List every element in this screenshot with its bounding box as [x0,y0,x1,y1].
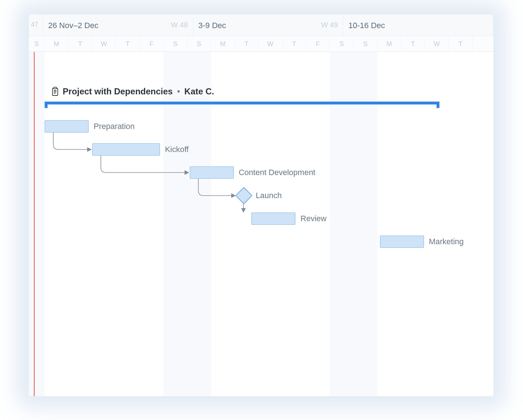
day-header-cell[interactable]: W [425,36,449,52]
week-number: 47 [31,21,38,28]
week-range-label: 10-16 Dec [348,21,385,30]
week-header-cell[interactable]: 3-9 DecW 49 [193,14,344,36]
week-range-label: 3-9 Dec [198,21,226,30]
day-header-cell[interactable]: T [235,36,259,52]
day-header-cell[interactable]: T [449,36,473,52]
day-header-cell[interactable]: S [187,36,211,52]
day-header-cell[interactable]: M [377,36,401,52]
task-label-prep: Preparation [94,122,135,131]
task-label-kickoff: Kickoff [165,145,189,154]
day-header-cell[interactable]: W [92,36,116,52]
week-header-cell[interactable]: 26 Nov–2 DecW 48 [43,14,193,36]
day-header-cell[interactable]: S [354,36,377,52]
project-summary-bar[interactable] [48,102,479,105]
task-label-mkt: Marketing [429,237,464,246]
task-label-content: Content Development [239,168,316,177]
svg-rect-1 [54,87,56,89]
weekend-column [29,52,45,396]
day-header-cell[interactable]: T [401,36,425,52]
week-header-cell[interactable]: 10-16 Dec [343,14,493,36]
day-header-cell[interactable]: M [211,36,235,52]
task-bar-prep[interactable] [45,120,89,133]
task-bar-review[interactable] [251,213,295,225]
project-title[interactable]: Project with Dependencies • Kate C. [51,86,479,97]
day-header-cell[interactable]: W [259,36,282,52]
day-header-cell[interactable]: F [140,36,164,52]
milestone-launch[interactable] [235,187,252,204]
gantt-body[interactable]: Project with Dependencies • Kate C. Prep… [29,52,493,396]
day-header-cell[interactable]: M [45,36,68,52]
task-bar-mkt[interactable] [380,236,424,248]
gantt-frame: 4726 Nov–2 DecW 483-9 DecW 4910-16 Dec S… [29,14,493,396]
task-bar-content[interactable] [190,166,234,179]
week-number: W 49 [321,21,338,29]
project-name: Project with Dependencies [63,86,173,97]
task-bar-kickoff[interactable] [92,143,160,156]
day-header-cell[interactable]: T [116,36,140,52]
day-header-cell[interactable]: T [282,36,306,52]
task-label-review: Review [300,214,326,223]
clipboard-icon [51,87,59,96]
week-range-label: 26 Nov–2 Dec [48,21,98,30]
header-days: SMTWTFSSMTWTFSSMTWT [29,36,493,52]
day-header-cell[interactable]: S [330,36,354,52]
week-header-cell[interactable]: 47 [29,14,43,36]
separator-dot: • [176,86,180,97]
header-weeks: 4726 Nov–2 DecW 483-9 DecW 4910-16 Dec [29,14,493,36]
project-owner: Kate C. [184,86,214,97]
project-summary-row: Project with Dependencies • Kate C. [48,86,479,105]
today-indicator [34,52,35,396]
day-header-cell[interactable]: S [29,36,45,52]
task-label-launch: Launch [256,191,282,200]
day-header-cell[interactable]: T [68,36,92,52]
day-header-cell[interactable]: S [164,36,187,52]
week-number: W 48 [171,21,188,29]
day-header-cell[interactable]: F [306,36,330,52]
